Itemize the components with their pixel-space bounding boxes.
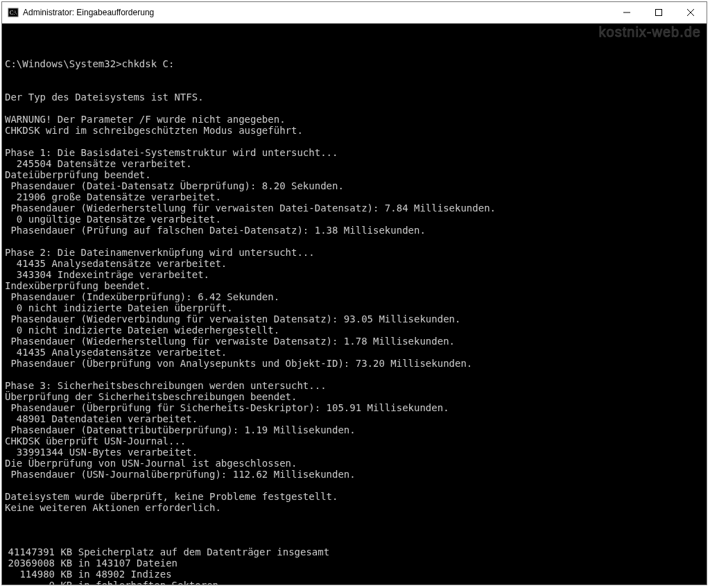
minimize-button[interactable]	[611, 2, 643, 23]
output-line: 0 ungültige Datensätze verarbeitet.	[5, 214, 704, 225]
output-line: Dateiüberprüfung beendet.	[5, 169, 704, 180]
output-line: Phasendauer (Indexüberprüfung): 6.42 Sek…	[5, 291, 704, 302]
output-line: Phasendauer (Prüfung auf falschen Datei-…	[5, 225, 704, 236]
output-line: Phasendauer (Wiederherstellung für verwa…	[5, 202, 704, 214]
output-line: Phasendauer (USN-Journalüberprüfung): 11…	[5, 469, 704, 480]
output-line	[5, 103, 704, 114]
summary-text: KB in 143107 Dateien	[55, 557, 178, 569]
console-output[interactable]: kostnix-web.de C:\Windows\System32>chkds…	[2, 24, 707, 585]
output-line: Phase 1: Die Basisdatei-Systemstruktur w…	[5, 147, 704, 158]
summary-line: 20369008 KB in 143107 Dateien	[5, 557, 704, 569]
cmd-window: C:\ Administrator: Eingabeaufforderung k…	[1, 1, 707, 585]
command-text: chkdsk C:	[122, 58, 175, 69]
prompt-text: C:\Windows\System32>	[5, 58, 122, 69]
watermark: kostnix-web.de	[599, 26, 701, 37]
titlebar[interactable]: C:\ Administrator: Eingabeaufforderung	[2, 2, 707, 24]
summary-text: KB in 48902 Indizes	[55, 569, 172, 580]
output-line: 0 nicht indizierte Dateien wiederhergest…	[5, 325, 704, 336]
output-line	[5, 513, 704, 524]
close-button[interactable]	[675, 2, 707, 23]
summary-text: KB in fehlerhaften Sektoren	[55, 580, 218, 585]
output-line: Dateisystem wurde überprüft, keine Probl…	[5, 491, 704, 502]
output-line	[5, 480, 704, 491]
summary-text: KB Speicherplatz auf dem Datenträger ins…	[55, 546, 329, 557]
output-line: Die Überprüfung von USN-Journal ist abge…	[5, 458, 704, 469]
output-line: WARNUNG! Der Parameter /F wurde nicht an…	[5, 114, 704, 125]
output-line: 245504 Datensätze verarbeitet.	[5, 158, 704, 169]
summary-num: 41147391	[5, 546, 55, 557]
summary-line: 41147391 KB Speicherplatz auf dem Datent…	[5, 546, 704, 557]
output-line: Phasendauer (Datenattributüberprüfung): …	[5, 424, 704, 435]
output-line: CHKDSK überprüft USN-Journal...	[5, 435, 704, 447]
summary-num: 0	[5, 580, 55, 585]
output-line: Phasendauer (Wiederverbindung für verwai…	[5, 313, 704, 325]
output-line: 343304 Indexeinträge verarbeitet.	[5, 269, 704, 280]
window-title: Administrator: Eingabeaufforderung	[23, 8, 154, 17]
output-line	[5, 236, 704, 247]
output-block: Der Typ des Dateisystems ist NTFS.WARNUN…	[5, 92, 704, 524]
output-line: Phasendauer (Datei-Datensatz Überprüfung…	[5, 180, 704, 191]
summary-block: 41147391 KB Speicherplatz auf dem Datent…	[5, 546, 704, 585]
output-line: 48901 Datendateien verarbeitet.	[5, 413, 704, 424]
prompt-line: C:\Windows\System32>chkdsk C:	[5, 58, 704, 69]
output-line: 41435 Analysedatensätze verarbeitet.	[5, 347, 704, 358]
cmd-icon: C:\	[8, 7, 19, 18]
output-line: Phasendauer (Überprüfung von Analysepunk…	[5, 358, 704, 369]
output-line: Indexüberprüfung beendet.	[5, 280, 704, 291]
summary-line: 114980 KB in 48902 Indizes	[5, 569, 704, 580]
output-line: Der Typ des Dateisystems ist NTFS.	[5, 92, 704, 103]
output-line: Phase 3: Sicherheitsbeschreibungen werde…	[5, 380, 704, 391]
output-line: Phasendauer (Überprüfung für Sicherheits…	[5, 402, 704, 413]
summary-line: 0 KB in fehlerhaften Sektoren	[5, 580, 704, 585]
maximize-button[interactable]	[643, 2, 675, 23]
svg-rect-3	[656, 10, 662, 16]
output-line: Überprüfung der Sicherheitsbeschreibunge…	[5, 391, 704, 402]
summary-num: 114980	[5, 569, 55, 580]
output-line: Phase 2: Die Dateinamenverknüpfung wird …	[5, 247, 704, 258]
output-line: 0 nicht indizierte Dateien überprüft.	[5, 302, 704, 313]
output-line: 21906 große Datensätze verarbeitet.	[5, 191, 704, 202]
summary-num: 20369008	[5, 557, 55, 569]
output-line: CHKDSK wird im schreibgeschützten Modus …	[5, 125, 704, 136]
output-line: Keine weiteren Aktionen erforderlich.	[5, 502, 704, 513]
output-line: 41435 Analysedatensätze verarbeitet.	[5, 258, 704, 269]
output-line: 33991344 USN-Bytes verarbeitet.	[5, 447, 704, 458]
output-line: Phasendauer (Wiederherstellung für verwa…	[5, 336, 704, 347]
output-line	[5, 369, 704, 380]
output-line	[5, 136, 704, 147]
svg-text:C:\: C:\	[10, 10, 17, 16]
